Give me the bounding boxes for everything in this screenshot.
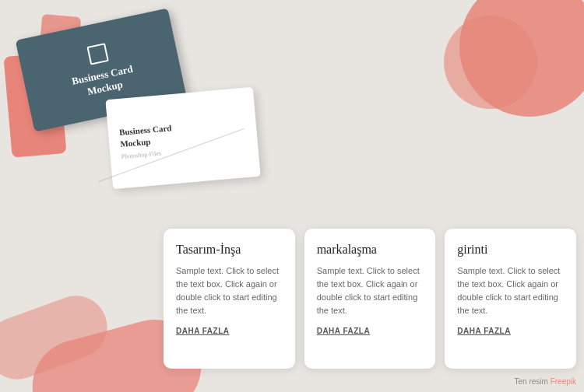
business-card-white: Business Card Mockup Photoshop Files <box>105 87 260 189</box>
feature-card-2: markalaşma Sample text. Click to select … <box>304 229 436 369</box>
dark-card-content: Business Card Mockup <box>65 39 137 102</box>
feature-cards-container: Tasarım-İnşa Sample text. Click to selec… <box>164 229 576 369</box>
attribution-link[interactable]: Freepik <box>551 377 576 386</box>
card-2-heading: markalaşma <box>317 243 424 257</box>
card-mockup-area: Business Card Mockup Business Card Mocku… <box>16 16 311 218</box>
card-logo-icon <box>86 43 108 65</box>
card-1-body: Sample text. Click to select the text bo… <box>176 264 283 317</box>
card-3-link[interactable]: DAHA FAZLA <box>457 327 564 335</box>
attribution-prefix: Ten resim <box>515 377 548 386</box>
card-3-body: Sample text. Click to select the text bo… <box>457 264 564 317</box>
card-2-body: Sample text. Click to select the text bo… <box>317 264 424 317</box>
feature-card-3: girinti Sample text. Click to select the… <box>445 229 576 369</box>
attribution: Ten resim Freepik <box>515 377 577 386</box>
card-1-heading: Tasarım-İnşa <box>176 243 283 257</box>
dark-card-title: Business Card Mockup <box>71 63 137 102</box>
card-2-link[interactable]: DAHA FAZLA <box>317 327 424 335</box>
feature-card-1: Tasarım-İnşa Sample text. Click to selec… <box>164 229 295 369</box>
coral-shape-top-right-2 <box>444 16 537 109</box>
card-3-heading: girinti <box>457 243 564 257</box>
card-1-link[interactable]: DAHA FAZLA <box>176 327 283 335</box>
